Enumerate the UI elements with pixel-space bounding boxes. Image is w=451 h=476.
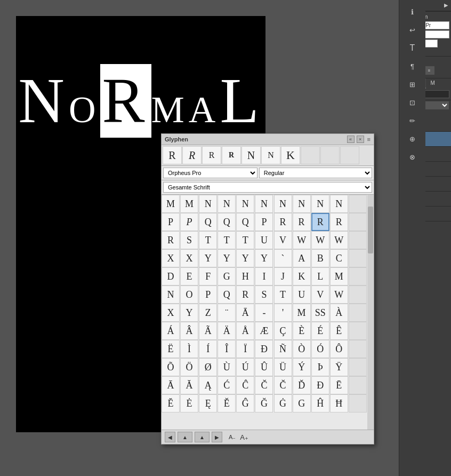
glyph-cell[interactable]: Ë (162, 340, 180, 358)
glyph-cell[interactable]: Â (180, 322, 198, 340)
glyph-cell[interactable]: N (255, 195, 273, 213)
glyph-cell[interactable]: Ð (255, 340, 273, 358)
text-icon[interactable]: T (404, 39, 422, 57)
size-small-btn[interactable]: A₋ (229, 434, 236, 441)
glyph-cell[interactable]: Ē (330, 376, 348, 394)
glyph-cell[interactable]: T (236, 231, 254, 249)
glyph-cell[interactable]: Æ (255, 322, 273, 340)
glyph-cell[interactable]: O (180, 285, 198, 304)
align-right-btn[interactable]: ≡ (424, 66, 434, 75)
glyph-cell[interactable]: W (330, 285, 348, 304)
glyph-cell[interactable]: À (330, 304, 348, 322)
glyph-cell[interactable]: Ĕ (162, 394, 180, 412)
select-icon[interactable]: ⊡ (404, 94, 422, 111)
glyph-cell[interactable]: L (311, 267, 329, 285)
paragraph-icon[interactable]: ¶ (404, 58, 422, 75)
recent-glyph[interactable]: N (241, 146, 261, 164)
glyph-cell[interactable]: Ì (180, 340, 198, 358)
glyph-cell[interactable]: B (311, 249, 329, 267)
glyph-cell[interactable]: P (180, 213, 198, 231)
add-icon[interactable]: ⊕ (404, 130, 422, 147)
glyph-cell[interactable]: Ā (162, 376, 180, 394)
glyph-cell[interactable]: Ĉ (236, 376, 254, 394)
glyph-cell[interactable]: Û (255, 358, 273, 376)
recent-glyph[interactable]: K (281, 146, 300, 164)
glyph-cell[interactable]: E (180, 267, 198, 285)
glyph-cell[interactable]: Y (236, 249, 254, 267)
glyph-cell[interactable]: R (330, 213, 348, 231)
glyph-cell[interactable]: R (311, 213, 329, 231)
glyph-cell[interactable]: SS (311, 304, 329, 322)
glyph-cell[interactable]: Ÿ (330, 358, 348, 376)
glyph-cell[interactable]: Ã (199, 322, 217, 340)
glyph-cell[interactable]: Ğ (255, 394, 273, 412)
glyph-cell[interactable]: R (236, 285, 254, 304)
font-select[interactable]: Orpheus Pro (163, 168, 257, 178)
glyph-cell[interactable]: Z (199, 304, 217, 322)
glyph-cell[interactable]: T (218, 231, 236, 249)
glyph-cell[interactable]: T (199, 231, 217, 249)
glyph-cell[interactable]: R (162, 231, 180, 249)
glyph-cell[interactable]: N (218, 195, 236, 213)
recent-glyph[interactable]: R (163, 146, 182, 164)
arrow-up-btn[interactable]: ▲ (178, 432, 192, 442)
glyph-cell[interactable]: H (236, 267, 254, 285)
glyph-cell[interactable]: C (330, 249, 348, 267)
menu-btn[interactable]: ≡ (367, 136, 371, 142)
glyph-cell[interactable]: Y (218, 249, 236, 267)
glyph-cell[interactable]: N (330, 195, 348, 213)
scrollbar-thumb[interactable] (368, 207, 373, 253)
glyph-cell[interactable]: Q (199, 213, 217, 231)
glyph-cell[interactable]: N (311, 195, 329, 213)
glyph-cell[interactable]: V (274, 231, 292, 249)
glyph-cell[interactable]: M (293, 304, 311, 322)
glyph-cell[interactable]: Ç (274, 322, 292, 340)
glyph-cell[interactable]: P (199, 285, 217, 304)
glyph-cell[interactable]: É (311, 322, 329, 340)
glyph-cell[interactable]: Ö (180, 358, 198, 376)
glyph-cell[interactable]: R (274, 213, 292, 231)
glyph-cell[interactable]: Ě (218, 394, 236, 412)
glyph-cell[interactable]: Ê (330, 322, 348, 340)
glyph-cell[interactable]: F (199, 267, 217, 285)
arrow-down-btn[interactable]: ▲ (195, 432, 210, 442)
glyph-cell[interactable]: N (236, 195, 254, 213)
glyph-cell[interactable]: N (293, 195, 311, 213)
glyph-cell[interactable]: Ć (218, 376, 236, 394)
glyph-cell[interactable]: Ý (293, 358, 311, 376)
glyph-cell[interactable]: Y (255, 249, 273, 267)
glyph-cell[interactable]: N (199, 195, 217, 213)
close-btn[interactable]: × (357, 136, 364, 143)
glyph-cell[interactable]: Ü (274, 358, 292, 376)
glyph-cell[interactable]: N (274, 195, 292, 213)
glyph-cell[interactable]: U (293, 285, 311, 304)
glyph-cell[interactable]: I (255, 267, 273, 285)
tab-m[interactable]: M (426, 78, 439, 89)
glyph-cell[interactable]: U (255, 231, 273, 249)
glyph-cell[interactable]: K (293, 267, 311, 285)
recent-glyph[interactable]: R (202, 146, 221, 164)
arrow-right-btn[interactable]: ▶ (212, 432, 222, 442)
grid-icon[interactable]: ⊞ (404, 76, 422, 93)
glyph-cell[interactable]: ¨ (218, 304, 236, 322)
arrow-left-btn[interactable]: ◀ (165, 432, 175, 442)
recent-glyph[interactable]: R (182, 146, 202, 164)
glyph-cell[interactable]: M (162, 195, 180, 213)
glyph-cell[interactable]: Ď (293, 376, 311, 394)
glyph-cell[interactable]: Ę (199, 394, 217, 412)
glyph-cell[interactable]: P (162, 213, 180, 231)
glyph-cell[interactable]: Ô (330, 340, 348, 358)
glyph-cell[interactable]: G (293, 394, 311, 412)
category-select[interactable]: Gesamte Schrift (163, 182, 372, 193)
glyph-cell[interactable]: P (255, 213, 273, 231)
glyph-cell[interactable]: Č (255, 376, 273, 394)
glyph-cell[interactable]: - (255, 304, 273, 322)
glyph-cell[interactable]: Å (236, 322, 254, 340)
glyph-cell[interactable]: X (162, 249, 180, 267)
glyph-cell[interactable]: Ó (311, 340, 329, 358)
glyph-cell[interactable]: W (330, 231, 348, 249)
glyph-cell[interactable]: M (180, 195, 198, 213)
glyph-cell[interactable]: Õ (162, 358, 180, 376)
undo-icon[interactable]: ↩ (404, 21, 422, 38)
glyph-cell[interactable]: Ò (293, 340, 311, 358)
